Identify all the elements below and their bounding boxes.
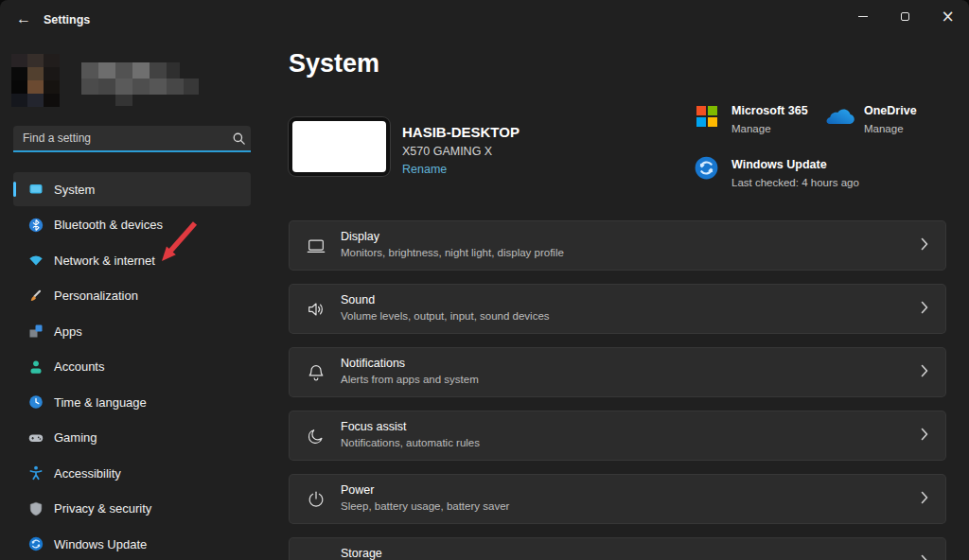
page-title: System (289, 49, 379, 79)
minimize-icon (858, 16, 868, 17)
chevron-right-icon[interactable] (921, 491, 928, 508)
onedrive-icon (825, 106, 855, 130)
row-subtitle: Notifications, automatic rules (341, 437, 480, 448)
minimize-button[interactable] (841, 0, 884, 32)
update-icon (28, 536, 44, 551)
sidebar: System Bluetooth & devices Network & int… (0, 38, 274, 560)
device-name: HASIB-DESKTOP (402, 124, 520, 140)
power-icon (306, 489, 326, 510)
sidebar-item-windows-update[interactable]: Windows Update (13, 527, 251, 560)
sidebar-item-system[interactable]: System (13, 172, 251, 206)
back-arrow-icon: ← (16, 10, 31, 26)
row-title: Power (341, 483, 374, 497)
sidebar-item-label: Accounts (54, 359, 104, 374)
sidebar-item-label: Gaming (54, 430, 97, 445)
paintbrush-icon (28, 289, 44, 304)
sidebar-item-network-internet[interactable]: Network & internet (13, 243, 251, 277)
row-subtitle: Monitors, brightness, night light, displ… (341, 247, 564, 258)
sidebar-item-label: Windows Update (54, 537, 147, 551)
titlebar: ← Settings × (0, 0, 969, 38)
sidebar-item-label: Time & language (54, 395, 147, 410)
sidebar-item-label: Accessibility (54, 466, 121, 481)
app-title: Settings (44, 13, 90, 26)
sidebar-item-bluetooth-devices[interactable]: Bluetooth & devices (13, 208, 251, 242)
speaker-icon (306, 299, 326, 320)
chevron-right-icon[interactable] (921, 364, 928, 381)
sidebar-item-label: Privacy & security (54, 501, 151, 516)
service-title: Microsoft 365 (731, 104, 808, 117)
row-subtitle: Volume levels, output, input, sound devi… (341, 310, 550, 322)
row-focus-assist[interactable]: Focus assist Notifications, automatic ru… (289, 411, 946, 461)
sidebar-item-accessibility[interactable]: Accessibility (13, 456, 251, 490)
search-icon[interactable] (226, 131, 251, 146)
search-input[interactable] (13, 131, 226, 145)
clock-icon (28, 394, 44, 410)
sidebar-item-time-language[interactable]: Time & language (13, 385, 251, 419)
apps-icon (28, 324, 44, 339)
row-title: Focus assist (341, 420, 406, 433)
wifi-icon (28, 253, 44, 268)
onedrive-manage-link[interactable]: Manage (864, 123, 904, 134)
maximize-button[interactable] (884, 0, 926, 32)
microsoft-365-manage-link[interactable]: Manage (731, 123, 771, 134)
row-notifications[interactable]: Notifications Alerts from apps and syste… (289, 347, 946, 397)
search-box (13, 126, 251, 152)
person-icon (28, 359, 44, 375)
sidebar-item-accounts[interactable]: Accounts (13, 350, 251, 384)
user-profile-redacted (11, 54, 210, 111)
sidebar-item-personalization[interactable]: Personalization (13, 279, 251, 313)
rename-link[interactable]: Rename (402, 163, 447, 176)
row-sound[interactable]: Sound Volume levels, output, input, soun… (289, 284, 946, 334)
chevron-right-icon[interactable] (921, 237, 928, 254)
sidebar-item-label: Apps (54, 324, 82, 339)
sidebar-item-privacy-security[interactable]: Privacy & security (13, 492, 251, 526)
bluetooth-icon (28, 218, 44, 233)
sidebar-item-label: System (54, 183, 95, 197)
settings-rows: Display Monitors, brightness, night ligh… (289, 220, 946, 560)
device-thumbnail (289, 117, 390, 176)
row-subtitle: Alerts from apps and system (341, 374, 479, 385)
back-button[interactable]: ← (9, 6, 38, 32)
accessibility-icon (28, 465, 44, 481)
sidebar-item-gaming[interactable]: Gaming (13, 421, 251, 455)
system-monitor-icon (28, 182, 44, 197)
sidebar-item-label: Network & internet (54, 254, 155, 268)
display-icon (306, 236, 326, 256)
gamepad-icon (28, 430, 44, 446)
settings-window: ← Settings × (0, 0, 969, 560)
close-button[interactable]: × (926, 0, 969, 32)
chevron-right-icon[interactable] (921, 554, 928, 560)
row-storage[interactable]: Storage (289, 537, 946, 560)
chevron-right-icon[interactable] (921, 301, 928, 318)
bell-icon (306, 362, 326, 383)
service-title: OneDrive (864, 104, 917, 117)
device-model: X570 GAMING X (402, 145, 492, 158)
row-display[interactable]: Display Monitors, brightness, night ligh… (289, 220, 946, 271)
sidebar-item-label: Personalization (54, 289, 138, 303)
windows-update-status: Last checked: 4 hours ago (731, 177, 859, 188)
close-icon: × (941, 9, 954, 25)
maximize-icon (901, 12, 909, 21)
windows-update-icon (695, 156, 718, 184)
row-title: Sound (341, 293, 375, 306)
moon-icon (306, 426, 326, 446)
row-title: Storage (341, 547, 382, 560)
sidebar-nav: System Bluetooth & devices Network & int… (13, 172, 251, 560)
chevron-right-icon[interactable] (921, 428, 928, 445)
row-title: Notifications (341, 357, 405, 370)
sidebar-item-apps[interactable]: Apps (13, 314, 251, 348)
row-title: Display (341, 230, 379, 243)
sidebar-item-label: Bluetooth & devices (54, 218, 163, 232)
row-power[interactable]: Power Sleep, battery usage, battery save… (289, 474, 946, 524)
microsoft-365-icon (696, 106, 717, 131)
shield-icon (28, 501, 44, 516)
window-controls: × (841, 0, 969, 32)
service-title: Windows Update (731, 158, 827, 171)
row-subtitle: Sleep, battery usage, battery saver (341, 500, 509, 512)
